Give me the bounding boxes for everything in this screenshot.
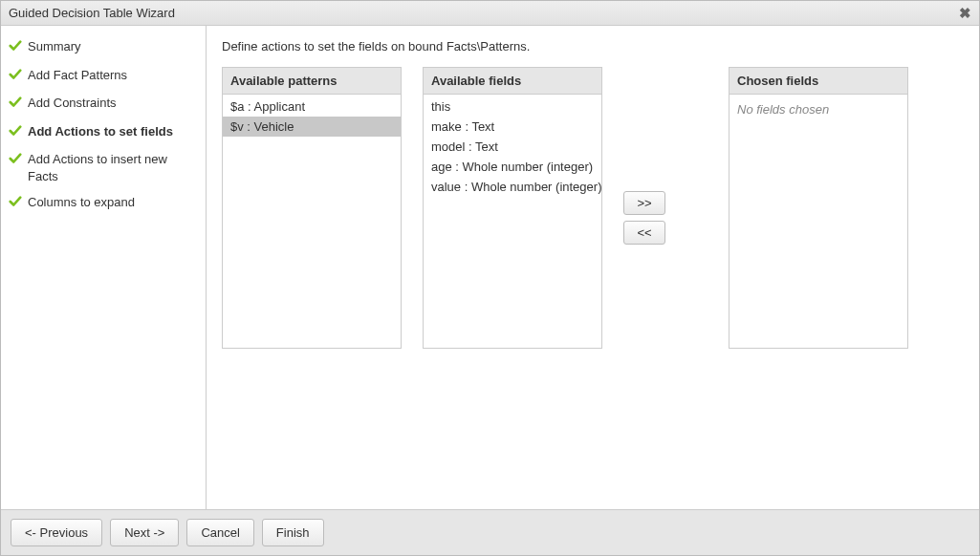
check-icon — [9, 195, 22, 213]
field-item[interactable]: model : Text — [424, 137, 601, 157]
available-patterns-list: $a : Applicant $v : Vehicle — [223, 95, 401, 348]
available-patterns-header: Available patterns — [223, 68, 401, 95]
cancel-button[interactable]: Cancel — [186, 519, 253, 546]
check-icon — [9, 124, 22, 142]
field-item[interactable]: make : Text — [424, 117, 601, 137]
check-icon — [9, 39, 22, 57]
check-icon — [9, 96, 22, 114]
finish-button[interactable]: Finish — [262, 519, 324, 546]
instruction-text: Define actions to set the fields on boun… — [222, 39, 964, 53]
chosen-fields-panel: Chosen fields No fields chosen — [729, 67, 908, 349]
main-content: Define actions to set the fields on boun… — [207, 26, 979, 509]
sidebar-step-add-actions-insert-facts[interactable]: Add Actions to insert new Facts — [7, 146, 200, 189]
sidebar-step-label: Add Constraints — [28, 95, 117, 112]
chosen-fields-list: No fields chosen — [730, 95, 907, 348]
wizard-body: Summary Add Fact Patterns Add Constraint… — [1, 26, 979, 509]
transfer-buttons: >> << — [623, 191, 665, 245]
sidebar-step-add-constraints[interactable]: Add Constraints — [7, 90, 200, 118]
next-button[interactable]: Next -> — [110, 519, 179, 546]
pattern-item[interactable]: $v : Vehicle — [223, 117, 401, 137]
sidebar-step-label: Add Actions to insert new Facts — [28, 151, 198, 184]
check-icon — [9, 152, 22, 170]
add-field-button[interactable]: >> — [623, 191, 665, 215]
field-item[interactable]: this — [424, 96, 601, 117]
field-item[interactable]: value : Whole number (integer) — [424, 177, 601, 197]
sidebar: Summary Add Fact Patterns Add Constraint… — [1, 26, 207, 509]
chosen-fields-header: Chosen fields — [730, 68, 907, 95]
lists-row: Available patterns $a : Applicant $v : V… — [222, 67, 964, 349]
available-fields-header: Available fields — [424, 68, 601, 95]
available-patterns-panel: Available patterns $a : Applicant $v : V… — [222, 67, 402, 349]
close-icon[interactable]: ✖ — [959, 6, 971, 20]
field-item[interactable]: age : Whole number (integer) — [424, 157, 601, 177]
available-fields-list: this make : Text model : Text age : Whol… — [424, 95, 601, 348]
wizard-window: Guided Decision Table Wizard ✖ Summary A… — [0, 0, 980, 556]
footer: <- Previous Next -> Cancel Finish — [1, 509, 979, 555]
previous-button[interactable]: <- Previous — [11, 519, 102, 546]
titlebar: Guided Decision Table Wizard ✖ — [1, 1, 979, 26]
check-icon — [9, 68, 22, 86]
sidebar-step-add-actions-set-fields[interactable]: Add Actions to set fields — [7, 118, 200, 147]
window-title: Guided Decision Table Wizard — [9, 6, 175, 20]
pattern-item[interactable]: $a : Applicant — [223, 96, 401, 117]
sidebar-step-label: Add Fact Patterns — [28, 67, 127, 84]
sidebar-step-add-fact-patterns[interactable]: Add Fact Patterns — [7, 62, 200, 91]
available-fields-panel: Available fields this make : Text model … — [423, 67, 602, 349]
sidebar-step-columns-expand[interactable]: Columns to expand — [7, 189, 200, 218]
sidebar-step-label: Columns to expand — [28, 194, 135, 211]
sidebar-step-summary[interactable]: Summary — [7, 33, 200, 62]
chosen-fields-placeholder: No fields chosen — [730, 96, 907, 122]
sidebar-step-label: Summary — [28, 38, 81, 55]
remove-field-button[interactable]: << — [623, 221, 665, 245]
sidebar-step-label: Add Actions to set fields — [28, 123, 173, 140]
